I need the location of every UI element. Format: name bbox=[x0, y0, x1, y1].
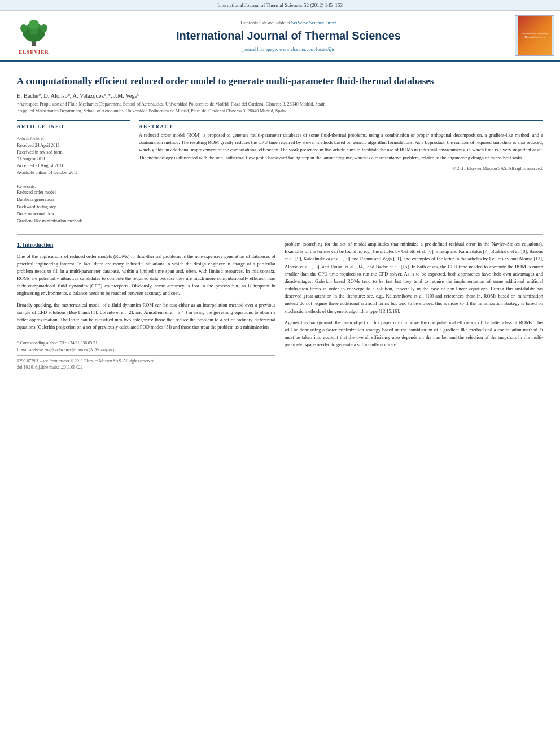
svg-point-6 bbox=[20, 24, 27, 32]
article-info-heading: ARTICLE INFO bbox=[17, 124, 130, 129]
intro-para2: Broadly speaking, the mathematical model… bbox=[17, 302, 275, 331]
keyword-5: Gradient-like minimization methods bbox=[17, 218, 130, 225]
authors-line: E. Bacheᵃ, D. Alonsoᵃ, A. Velazquezᵃ,*, … bbox=[17, 92, 543, 99]
keyword-4: Non-isothermal flow bbox=[17, 211, 130, 218]
body-columns: 1. Introduction One of the applications … bbox=[17, 241, 543, 371]
article-history-section: Article history: Received 24 April 2011 … bbox=[17, 133, 130, 178]
journal-name: International Journal of Thermal Science… bbox=[68, 29, 509, 42]
keywords-label: Keywords: bbox=[17, 184, 130, 189]
sciverse-line: Contents lists available at SciVerse Sci… bbox=[68, 20, 509, 25]
history-label: Article history: bbox=[17, 136, 130, 141]
copyright-line: © 2011 Elsevier Masson SAS. All rights r… bbox=[139, 166, 543, 171]
elsevier-logo: ELSEVIER bbox=[6, 15, 62, 56]
info-abstract-columns: ARTICLE INFO Article history: Received 2… bbox=[17, 120, 543, 229]
elsevier-tree-icon bbox=[11, 17, 56, 48]
abstract-column: ABSTRACT A reduced order model (ROM) is … bbox=[139, 120, 543, 229]
intro-para3: problem (searching for the set of modal … bbox=[285, 241, 543, 315]
section-divider bbox=[17, 234, 543, 235]
sciverse-link[interactable]: SciVerse ScienceDirect bbox=[291, 20, 336, 25]
bottom-issn: 1290-0729/$ – see front matter © 2011 El… bbox=[17, 355, 275, 371]
keyword-3: Backward-facing step bbox=[17, 204, 130, 211]
journal-homepage: journal homepage: www.elsevier.com/locat… bbox=[68, 46, 509, 52]
journal-citation: International Journal of Thermal Science… bbox=[217, 2, 343, 8]
journal-header: ELSEVIER Contents lists available at Sci… bbox=[0, 11, 560, 62]
body-left-column: 1. Introduction One of the applications … bbox=[17, 241, 275, 371]
received-revised: Received in revised form31 August 2011 bbox=[17, 149, 130, 163]
intro-para1: One of the applications of reduced order… bbox=[17, 253, 275, 298]
svg-point-3 bbox=[29, 20, 39, 29]
intro-heading: 1. Introduction bbox=[17, 241, 275, 250]
journal-title-block: Contents lists available at SciVerse Sci… bbox=[68, 15, 509, 56]
available-date: Available online 14 October 2011 bbox=[17, 169, 130, 176]
affiliations: ᵃ Aerospace Propulsion and Fluid Mechani… bbox=[17, 101, 543, 115]
paper-body: A computationally efficient reduced orde… bbox=[0, 62, 560, 377]
footnote-section: * Corresponding author. Tel.: +34 91 336… bbox=[17, 337, 275, 353]
keywords-section: Keywords: Reduced order model Database g… bbox=[17, 181, 130, 228]
svg-point-7 bbox=[41, 24, 47, 32]
keyword-2: Database generation bbox=[17, 196, 130, 204]
accepted-date: Accepted 31 August 2011 bbox=[17, 163, 130, 169]
journal-cover-image: International Journal of Thermal Science… bbox=[518, 16, 552, 55]
abstract-heading: ABSTRACT bbox=[139, 124, 543, 129]
body-right-column: problem (searching for the set of modal … bbox=[285, 241, 543, 371]
article-info-column: ARTICLE INFO Article history: Received 2… bbox=[17, 120, 130, 229]
top-bar: International Journal of Thermal Science… bbox=[0, 0, 560, 11]
affiliation-b: ᵇ Applied Mathematics Department, School… bbox=[17, 108, 543, 115]
received-date: Received 24 April 2011 bbox=[17, 142, 130, 149]
journal-thumbnail: International Journal of Thermal Science… bbox=[515, 15, 554, 56]
abstract-text: A reduced order model (ROM) is proposed … bbox=[139, 132, 543, 161]
intro-para4: Against this background, the main object… bbox=[285, 319, 543, 349]
footnote-email: E-mail address: angel.velazquez@upm.es (… bbox=[17, 347, 275, 353]
keyword-1: Reduced order model bbox=[17, 189, 130, 196]
footnote-corresponding: * Corresponding author. Tel.: +34 91 336… bbox=[17, 340, 275, 346]
affiliation-a: ᵃ Aerospace Propulsion and Fluid Mechani… bbox=[17, 101, 543, 108]
elsevier-wordmark: ELSEVIER bbox=[19, 49, 49, 55]
paper-title: A computationally efficient reduced orde… bbox=[17, 75, 543, 88]
